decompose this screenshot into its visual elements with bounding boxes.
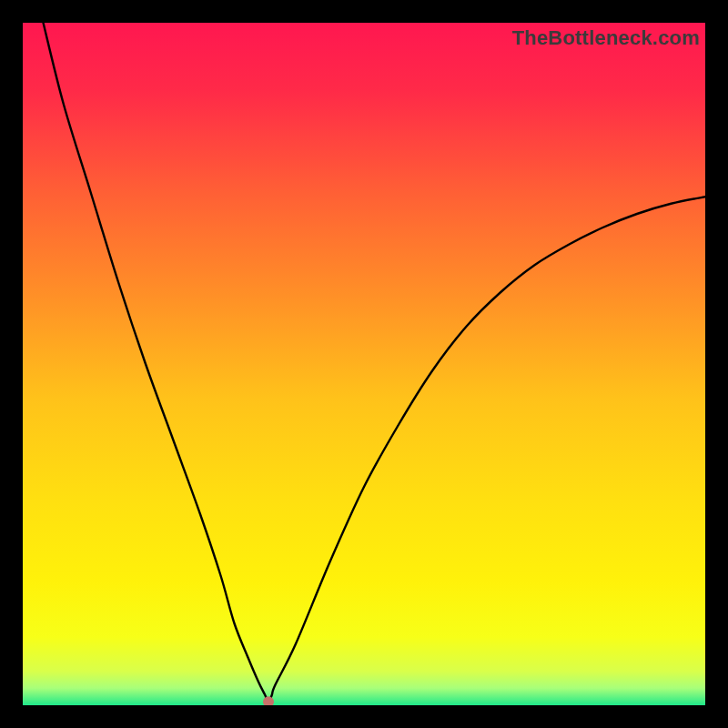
gradient-background: [23, 23, 705, 705]
chart-frame: TheBottleneck.com: [23, 23, 705, 705]
watermark-text: TheBottleneck.com: [512, 26, 700, 50]
chart-svg: [23, 23, 705, 705]
